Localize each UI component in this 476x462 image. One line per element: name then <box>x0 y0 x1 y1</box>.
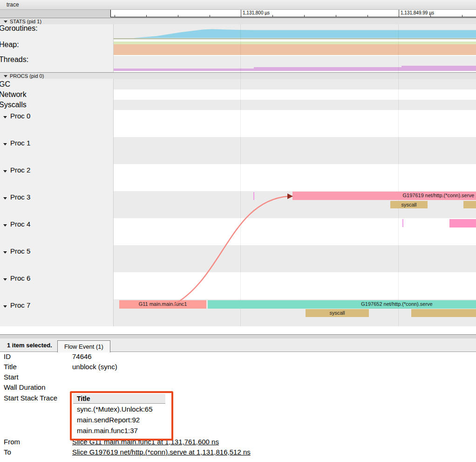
ruler-minor-tick <box>146 15 147 17</box>
proc-label: Proc 5 <box>10 247 30 255</box>
threads-bar-step2 <box>254 67 401 71</box>
ruler-minor-tick <box>367 15 368 17</box>
instant-event-tick[interactable] <box>253 192 254 200</box>
collapse-triangle-icon <box>3 251 7 254</box>
field-value-title: unblock (sync) <box>72 363 117 371</box>
stack-frame: sync.(*Mutex).Unlock:65 <box>73 404 165 414</box>
proc1-track-bg[interactable] <box>114 137 476 164</box>
counter-label-heap: Heap: <box>0 41 19 49</box>
ruler-minor-tick <box>210 15 210 17</box>
proc-row-header-1[interactable]: Proc 1 <box>3 139 30 147</box>
goroutines-baseline <box>114 38 476 40</box>
counter-label-goroutines: Goroutines: <box>0 24 38 33</box>
gc-track-bg[interactable] <box>114 79 476 90</box>
field-label-start: Start <box>4 373 19 381</box>
proc-label: Proc 6 <box>10 274 30 282</box>
trace-viewer-window: trace 1,131,800 µs 1,131,849.99 µs STATS… <box>0 0 476 462</box>
collapse-triangle-icon <box>4 75 7 77</box>
stats-section-header[interactable]: STATS (pid 1) <box>0 18 476 25</box>
proc-row-header-0[interactable]: Proc 0 <box>3 112 30 120</box>
proc-row-header-6[interactable]: Proc 6 <box>3 274 30 282</box>
ruler-minor-tick <box>430 15 431 17</box>
proc-row-header-3[interactable]: Proc 3 <box>3 193 30 201</box>
proc5-track-bg[interactable] <box>114 245 476 272</box>
collapse-triangle-icon <box>3 143 7 145</box>
ruler-label: 1,131,800 µs <box>243 10 270 15</box>
field-label-title: Title <box>4 363 17 371</box>
collapse-triangle-icon <box>3 305 7 308</box>
track-label-syscalls: Syscalls <box>0 101 27 109</box>
stack-table-header: Title <box>73 394 165 404</box>
proc-label: Proc 0 <box>10 112 30 120</box>
ruler-minor-tick <box>304 15 305 17</box>
threads-bar-step3 <box>401 66 476 71</box>
selection-status: 1 item selected. <box>7 342 52 349</box>
slice-proc4-clipped[interactable] <box>449 219 476 228</box>
window-titlebar <box>0 0 476 10</box>
ruler-major-tick <box>241 10 241 17</box>
gridline <box>240 24 241 326</box>
slice-label: G197619 net/http.(*conn).serve <box>403 193 476 198</box>
collapse-triangle-icon <box>3 224 7 227</box>
slice-syscall-proc7-clipped[interactable] <box>411 309 476 317</box>
proc-label: Proc 1 <box>10 139 30 147</box>
procs-section-label: PROCS (pid 0) <box>10 73 44 79</box>
field-label-from: From <box>4 438 20 446</box>
proc-label: Proc 3 <box>10 193 30 201</box>
track-label-gc: GC <box>0 80 10 89</box>
window-title: trace <box>7 1 19 8</box>
proc-label: Proc 7 <box>10 301 30 309</box>
slice-label: syscall <box>329 310 345 316</box>
stack-frame: main.main.func1:37 <box>73 425 165 436</box>
goroutines-area-chart <box>114 24 476 40</box>
field-label-id: ID <box>4 352 11 360</box>
syscalls-track-bg[interactable] <box>114 100 476 110</box>
from-slice-link[interactable]: Slice G11 main.main.func1 at 1,131,761,6… <box>72 438 219 446</box>
collapse-triangle-icon <box>3 170 7 172</box>
slice-g197652[interactable]: G197652 net/http.(*conn).serve <box>208 300 476 309</box>
field-label-start-stack-trace: Start Stack Trace <box>4 394 57 402</box>
stack-trace-table: Title sync.(*Mutex).Unlock:65 main.sendR… <box>73 394 165 436</box>
proc-row-header-2[interactable]: Proc 2 <box>3 166 30 174</box>
ruler-label: 1,131,849.99 µs <box>401 10 434 15</box>
slice-label: syscall <box>401 202 416 207</box>
collapse-triangle-icon <box>4 21 7 23</box>
tab-flow-event[interactable]: Flow Event (1) <box>57 340 110 352</box>
timeline-ruler[interactable]: 1,131,800 µs 1,131,849.99 µs <box>110 10 476 17</box>
field-label-wall-duration: Wall Duration <box>4 383 45 391</box>
slice-g197619[interactable]: G197619 net/http.(*conn).serve <box>292 192 476 200</box>
slice-syscall-proc7[interactable]: syscall <box>306 309 369 317</box>
gridline <box>398 24 399 326</box>
slice-label: G197652 net/http.(*conn).serve <box>361 301 432 307</box>
proc-row-header-5[interactable]: Proc 5 <box>3 247 30 255</box>
procs-section-header[interactable]: PROCS (pid 0) <box>0 72 476 79</box>
to-slice-link[interactable]: Slice G197619 net/http.(*conn).serve at … <box>72 448 251 456</box>
slice-label: G11 main.main.func1 <box>139 301 187 307</box>
heap-allocated-band[interactable] <box>114 44 476 55</box>
proc-label: Proc 4 <box>10 220 30 228</box>
stats-section-label: STATS (pid 1) <box>10 19 41 24</box>
ruler-minor-tick <box>178 15 178 17</box>
collapse-triangle-icon <box>3 116 7 118</box>
collapse-triangle-icon <box>3 278 7 281</box>
collapse-triangle-icon <box>3 197 7 200</box>
instant-event-tick[interactable] <box>402 219 403 227</box>
field-label-to: To <box>4 448 11 456</box>
ruler-minor-tick <box>336 15 336 17</box>
counter-label-threads: Threads: <box>0 55 28 64</box>
ruler-minor-tick <box>462 15 462 17</box>
slice-g11[interactable]: G11 main.main.func1 <box>119 300 206 309</box>
slice-syscall-proc3-clipped[interactable] <box>463 201 476 209</box>
threads-bar-step1 <box>114 69 254 71</box>
ruler-minor-tick <box>272 15 273 17</box>
field-value-id: 74646 <box>72 352 92 360</box>
stack-frame: main.sendReport:92 <box>73 414 165 425</box>
proc-row-header-7[interactable]: Proc 7 <box>3 301 30 309</box>
ruler-minor-tick <box>115 15 115 17</box>
ruler-major-tick <box>399 10 399 17</box>
track-label-network: Network <box>0 90 27 99</box>
proc-label: Proc 2 <box>10 166 30 174</box>
slice-syscall-proc3[interactable]: syscall <box>390 201 428 209</box>
proc-row-header-4[interactable]: Proc 4 <box>3 220 30 228</box>
